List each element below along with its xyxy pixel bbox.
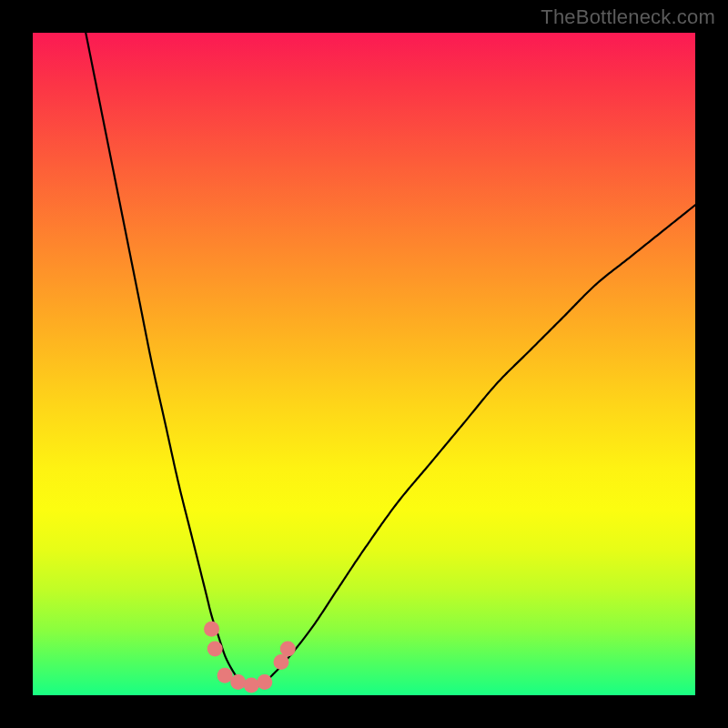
curves-group <box>86 33 695 689</box>
trough-marker <box>244 678 259 693</box>
chart-frame: TheBottleneck.com <box>0 0 728 728</box>
trough-marker <box>207 642 223 657</box>
curve-left-falling-curve <box>86 33 251 689</box>
trough-marker <box>204 622 219 637</box>
watermark-text: TheBottleneck.com <box>541 5 715 29</box>
trough-marker <box>274 654 289 670</box>
markers-group <box>204 622 296 693</box>
plot-area <box>33 33 695 695</box>
chart-svg <box>33 33 695 695</box>
curve-right-rising-curve <box>251 205 695 688</box>
trough-marker <box>230 674 246 690</box>
trough-marker <box>280 642 296 657</box>
trough-marker <box>257 674 272 690</box>
trough-marker <box>217 668 233 683</box>
